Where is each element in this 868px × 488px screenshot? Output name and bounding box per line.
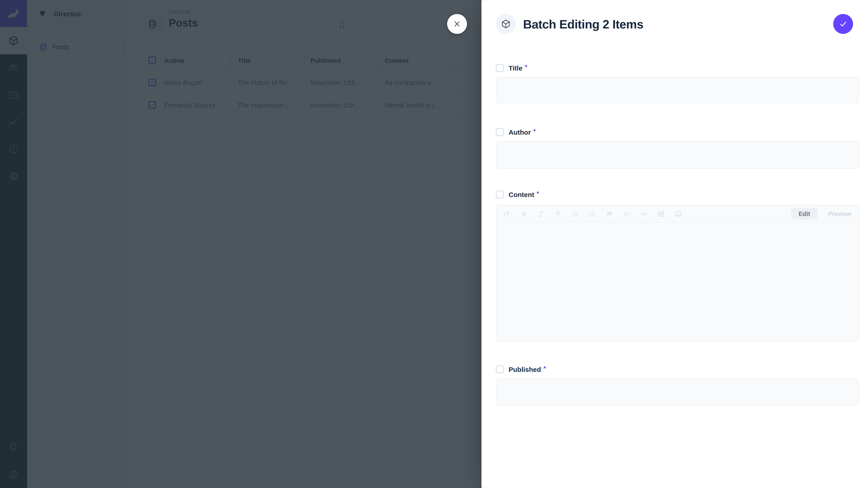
required-marker: ★ [524,64,528,68]
image-icon[interactable] [675,210,682,218]
field-title-checkbox[interactable] [496,64,504,72]
required-marker: ★ [543,365,546,369]
check-icon [838,19,848,29]
save-button[interactable] [833,14,853,34]
field-title: Title ★ [496,64,859,103]
author-input[interactable] [496,141,859,168]
markdown-editor: TT B 123 99 Edit Preview [496,205,859,341]
editor-body[interactable] [496,222,859,341]
bulleted-list-icon[interactable] [571,210,579,218]
field-label: Author [508,128,531,136]
title-input[interactable] [496,77,859,103]
required-marker: ★ [532,128,536,132]
tab-edit[interactable]: Edit [792,208,817,220]
numbered-list-icon[interactable]: 123 [589,210,596,218]
svg-text:B: B [522,211,526,217]
format-size-icon[interactable]: TT [503,210,510,218]
blockquote-icon[interactable]: 99 [606,210,614,218]
tab-preview[interactable]: Preview [828,210,851,217]
field-published: Published ★ [496,365,859,405]
svg-text:3: 3 [590,215,591,217]
bold-icon[interactable]: B [520,210,528,218]
cube-icon [501,19,511,29]
svg-text:99: 99 [607,211,612,216]
app: ? Directus Posts [0,0,868,488]
field-label: Title [508,64,522,72]
field-content: Content ★ TT B 123 99 Edit [496,190,859,341]
close-icon [453,20,462,29]
editor-toolbar: TT B 123 99 Edit Preview [496,205,859,222]
field-label: Content [508,191,534,198]
drawer-header-icon-circle [496,14,516,34]
editor-tabs: Edit Preview [792,208,852,220]
drawer-overlay[interactable] [0,0,482,488]
field-content-checkbox[interactable] [496,191,504,198]
field-label: Published [508,365,541,373]
italic-icon[interactable] [537,210,545,218]
required-marker: ★ [536,190,539,195]
code-icon[interactable] [623,210,631,218]
batch-edit-drawer: Batch Editing 2 Items Title ★ Author ★ [482,0,868,488]
strikethrough-icon[interactable] [554,210,562,218]
svg-text:T: T [504,213,506,216]
field-published-checkbox[interactable] [496,365,504,373]
field-author-checkbox[interactable] [496,128,504,136]
drawer-title: Batch Editing 2 Items [523,18,643,32]
field-author: Author ★ [496,128,859,168]
drawer-close-button[interactable] [447,14,467,34]
published-input[interactable] [496,379,859,406]
link-icon[interactable] [640,210,648,218]
table-icon[interactable] [657,210,665,218]
svg-text:T: T [506,210,509,217]
